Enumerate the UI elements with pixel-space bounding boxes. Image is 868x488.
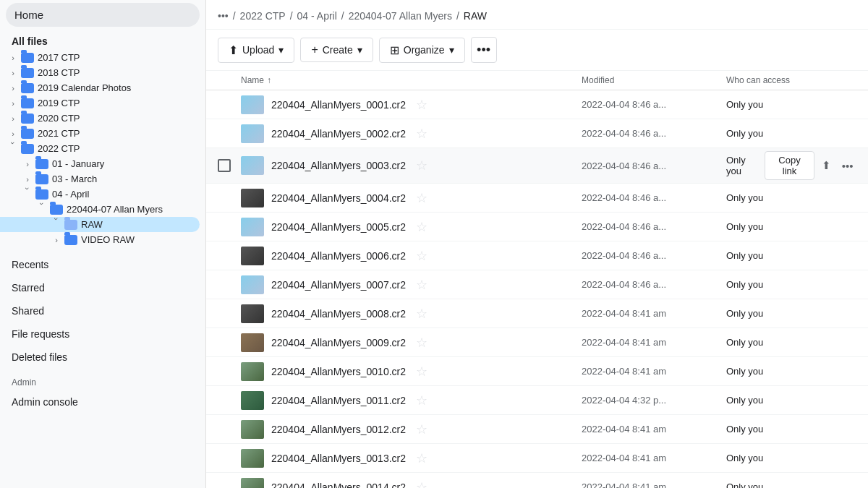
- file-access: Only you: [726, 279, 856, 290]
- file-access: Only you: [726, 481, 856, 488]
- file-access: Only you: [726, 155, 760, 176]
- sidebar-nav-deletedfiles[interactable]: Deleted files: [0, 346, 200, 369]
- sidebar-item-allan[interactable]: › 220404-07 Allan Myers: [0, 202, 200, 217]
- file-modified: 2022-04-04 8:46 a...: [582, 128, 726, 139]
- copy-link-button[interactable]: Copy link: [765, 151, 814, 180]
- sidebar-nav-starred[interactable]: Starred: [0, 276, 200, 299]
- sidebar-item-videoraw[interactable]: › VIDEO RAW: [0, 232, 200, 247]
- sidebar-item-2021ctp[interactable]: › 2021 CTP: [0, 126, 200, 141]
- table-row[interactable]: 220404_AllanMyers_0002.cr2 ☆ 2022-04-04 …: [206, 119, 868, 148]
- tree-toggle-raw[interactable]: ›: [52, 218, 61, 232]
- all-files-label[interactable]: All files: [0, 30, 205, 50]
- tree-toggle-2018ctp[interactable]: ›: [6, 69, 20, 77]
- tree-toggle-2022ctp[interactable]: ›: [9, 142, 17, 156]
- file-modified: 2022-04-04 8:41 am: [582, 481, 726, 488]
- tree-toggle-2021ctp[interactable]: ›: [6, 129, 20, 138]
- folder-icon-march: [35, 174, 49, 184]
- tree-toggle-2019cal[interactable]: ›: [6, 84, 20, 93]
- sidebar-nav-filerequests[interactable]: File requests: [0, 322, 200, 346]
- file-name-cell: 220404_AllanMyers_0014.cr2 ☆: [241, 478, 582, 489]
- star-button[interactable]: ☆: [413, 479, 430, 489]
- sidebar-item-january[interactable]: › 01 - January: [0, 156, 200, 171]
- table-row[interactable]: 220404_AllanMyers_0007.cr2 ☆ 2022-04-04 …: [206, 270, 868, 299]
- sidebar-item-2019ctp[interactable]: › 2019 CTP: [0, 95, 200, 111]
- sidebar-item-april[interactable]: › 04 - April: [0, 187, 200, 202]
- file-name-cell: 220404_AllanMyers_0006.cr2 ☆: [241, 247, 582, 265]
- table-row[interactable]: 220404_AllanMyers_0011.cr2 ☆ 2022-04-04 …: [206, 386, 868, 415]
- sidebar-item-label: 01 - January: [52, 158, 200, 169]
- star-button[interactable]: ☆: [413, 97, 430, 113]
- sidebar-item-raw[interactable]: › RAW: [0, 217, 200, 232]
- tree-toggle-2017ctp[interactable]: ›: [6, 53, 20, 62]
- star-button[interactable]: ☆: [413, 126, 430, 142]
- folder-icon-videoraw: [64, 235, 78, 245]
- tree-toggle-allan[interactable]: ›: [38, 202, 46, 217]
- file-list-container: Name ↑ Modified Who can access 220404_Al…: [206, 71, 868, 488]
- upload-button[interactable]: ⬆ Upload ▾: [218, 38, 294, 63]
- breadcrumb-dots[interactable]: •••: [218, 10, 229, 22]
- breadcrumb-part-april[interactable]: 04 - April: [297, 10, 337, 22]
- tree-toggle-march[interactable]: ›: [20, 175, 35, 184]
- sidebar-nav-adminconsole[interactable]: Admin console: [0, 390, 200, 414]
- tree-toggle-jan[interactable]: ›: [20, 160, 35, 168]
- table-row[interactable]: 220404_AllanMyers_0006.cr2 ☆ 2022-04-04 …: [206, 241, 868, 270]
- breadcrumb-sep4: /: [456, 10, 459, 22]
- sidebar-item-2022ctp[interactable]: › 2022 CTP: [0, 141, 200, 156]
- sidebar-nav-shared[interactable]: Shared: [0, 299, 200, 322]
- column-modified[interactable]: Modified: [582, 75, 726, 85]
- create-label: Create: [323, 44, 353, 56]
- file-access: Only you: [726, 308, 856, 319]
- sidebar-item-label: 2022 CTP: [38, 143, 200, 154]
- star-button[interactable]: ☆: [413, 306, 430, 322]
- sidebar-item-2019cal[interactable]: › 2019 Calendar Photos: [0, 80, 200, 95]
- sidebar-item-label: 2021 CTP: [38, 128, 200, 139]
- table-row[interactable]: 220404_AllanMyers_0010.cr2 ☆ 2022-04-04 …: [206, 357, 868, 386]
- star-button[interactable]: ☆: [413, 277, 430, 293]
- sidebar-item-2017ctp[interactable]: › 2017 CTP: [0, 50, 200, 65]
- table-row[interactable]: 220404_AllanMyers_0012.cr2 ☆ 2022-04-04 …: [206, 415, 868, 444]
- table-row[interactable]: 220404_AllanMyers_0014.cr2 ☆ 2022-04-04 …: [206, 473, 868, 488]
- tree-toggle-videoraw[interactable]: ›: [49, 236, 64, 244]
- table-row[interactable]: 220404_AllanMyers_0003.cr2 ☆ 2022-04-04 …: [206, 148, 868, 184]
- star-button[interactable]: ☆: [413, 421, 430, 437]
- file-checkbox[interactable]: [218, 159, 231, 172]
- toolbar-more-button[interactable]: •••: [471, 37, 497, 63]
- sidebar-item-2018ctp[interactable]: › 2018 CTP: [0, 65, 200, 80]
- column-access[interactable]: Who can access: [726, 75, 856, 85]
- star-button[interactable]: ☆: [413, 158, 430, 174]
- table-row[interactable]: 220404_AllanMyers_0005.cr2 ☆ 2022-04-04 …: [206, 213, 868, 241]
- sidebar-home[interactable]: Home: [6, 3, 200, 27]
- sidebar-item-2020ctp[interactable]: › 2020 CTP: [0, 111, 200, 126]
- table-row[interactable]: 220404_AllanMyers_0004.cr2 ☆ 2022-04-04 …: [206, 184, 868, 213]
- star-button[interactable]: ☆: [413, 450, 430, 466]
- breadcrumb-part-allan[interactable]: 220404-07 Allan Myers: [349, 10, 452, 22]
- breadcrumb-part-2022ctp[interactable]: 2022 CTP: [240, 10, 286, 22]
- organize-button[interactable]: ⊞ Organize ▾: [379, 38, 465, 63]
- create-button[interactable]: + Create ▾: [300, 38, 373, 62]
- tree-toggle-2020ctp[interactable]: ›: [6, 114, 20, 123]
- column-name[interactable]: Name ↑: [241, 75, 582, 85]
- tree-toggle-2019ctp[interactable]: ›: [6, 99, 20, 108]
- star-button[interactable]: ☆: [413, 219, 430, 235]
- folder-icon-2019ctp: [20, 98, 35, 108]
- tree-toggle-april[interactable]: ›: [23, 187, 32, 202]
- sidebar-nav-recents[interactable]: Recents: [0, 253, 200, 276]
- star-button[interactable]: ☆: [413, 364, 430, 380]
- more-options-button[interactable]: •••: [838, 155, 856, 176]
- file-name-cell: 220404_AllanMyers_0013.cr2 ☆: [241, 449, 582, 468]
- plus-icon: +: [311, 43, 318, 56]
- table-row[interactable]: 220404_AllanMyers_0001.cr2 ☆ 2022-04-04 …: [206, 90, 868, 119]
- star-button[interactable]: ☆: [413, 248, 430, 264]
- table-row[interactable]: 220404_AllanMyers_0013.cr2 ☆ 2022-04-04 …: [206, 444, 868, 473]
- table-row[interactable]: 220404_AllanMyers_0009.cr2 ☆ 2022-04-04 …: [206, 328, 868, 357]
- star-button[interactable]: ☆: [413, 393, 430, 408]
- file-thumbnail: [241, 420, 264, 439]
- star-button[interactable]: ☆: [413, 335, 430, 351]
- folder-icon-april: [35, 189, 49, 200]
- table-row[interactable]: 220404_AllanMyers_0008.cr2 ☆ 2022-04-04 …: [206, 299, 868, 328]
- folder-icon-2017ctp: [20, 53, 35, 63]
- sidebar-item-march[interactable]: › 03 - March: [0, 171, 200, 187]
- star-button[interactable]: ☆: [413, 190, 430, 206]
- share-icon-button[interactable]: ⬆: [817, 155, 835, 176]
- file-name: 220404_AllanMyers_0009.cr2: [271, 337, 406, 348]
